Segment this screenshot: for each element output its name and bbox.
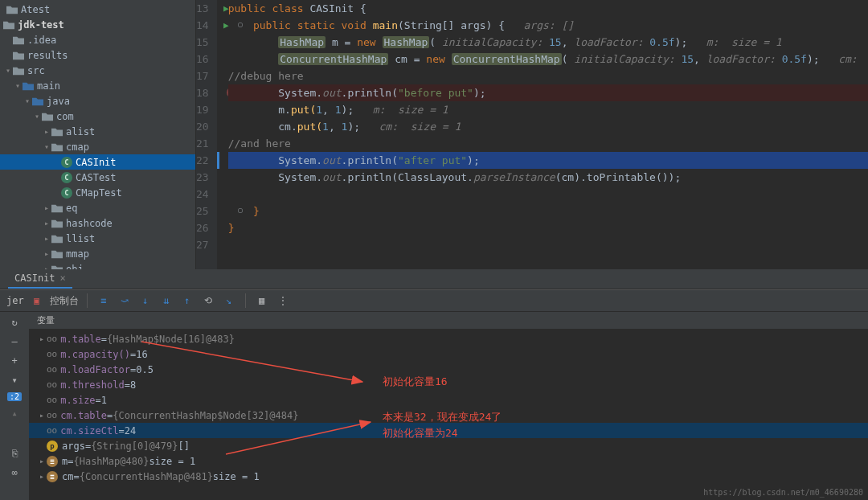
tree-item[interactable]: ▸mmap	[0, 246, 195, 261]
gutter-row[interactable]: 23	[196, 169, 209, 186]
tree-item-casinit[interactable]: CCASInit	[0, 154, 195, 170]
chevron-down-icon[interactable]: ▾	[13, 81, 23, 90]
line-number: 14	[196, 19, 209, 31]
folder-icon	[13, 35, 24, 45]
var-row[interactable]: ▸≡m = {HashMap@480} size = 1	[29, 453, 868, 469]
down-icon[interactable]: ▾	[7, 373, 22, 387]
tree-item[interactable]: ▾cmap	[0, 139, 195, 154]
up-icon[interactable]: ▴	[7, 406, 22, 420]
copy-icon[interactable]: ⎘	[7, 446, 22, 461]
code-line: HashMap m = new HashMap( initialCapacity…	[228, 34, 868, 51]
chevron-right-icon[interactable]: ▸	[42, 219, 51, 227]
gutter-row[interactable]: 27	[196, 236, 209, 253]
plus-icon[interactable]: +	[7, 354, 22, 368]
project-tree[interactable]: Atest jdk-test .idea results ▾src ▾main …	[0, 0, 195, 269]
gutter-row[interactable]: 26	[196, 219, 209, 236]
gutter[interactable]: ▶13 ▶14 15 16 17 18 19 20 21 22 23 24 25…	[196, 0, 217, 269]
var-row[interactable]: oom.loadFactor = 0.5	[29, 362, 868, 377]
gutter-row[interactable]: ▶13	[196, 0, 209, 17]
close-icon[interactable]: ×	[60, 273, 66, 284]
step-over-icon[interactable]: ⤻	[117, 293, 133, 309]
code-line: //debug here	[228, 68, 868, 84]
minus-icon[interactable]: —	[7, 334, 22, 349]
var-name: cm	[62, 471, 73, 482]
watch-icon: oo	[47, 349, 57, 359]
variables-tree[interactable]: ▸oom.table = {HashMap$Node[16]@483} oom.…	[29, 330, 868, 486]
var-value: 1	[101, 395, 107, 406]
drop-frame-icon[interactable]: ⟲	[200, 293, 216, 309]
tree-item[interactable]: Atest	[0, 2, 195, 17]
console-label[interactable]: 控制台	[50, 294, 79, 308]
gutter-row[interactable]: 16	[196, 51, 209, 68]
force-step-into-icon[interactable]: ⇊	[158, 293, 174, 309]
chevron-right-icon[interactable]: ▸	[42, 234, 51, 243]
code-line	[228, 186, 868, 203]
rerun-icon[interactable]: ↻	[7, 315, 22, 330]
link-icon[interactable]: ∞	[7, 465, 22, 480]
chevron-right-icon[interactable]: ▸	[42, 127, 51, 136]
chevron-down-icon[interactable]: ▾	[42, 142, 51, 151]
var-value: {ConcurrentHashMap@481}	[80, 471, 213, 482]
tree-item[interactable]: .idea	[0, 32, 195, 47]
class-icon: C	[61, 187, 72, 199]
tree-item[interactable]: CCASTest	[0, 170, 195, 185]
code-editor[interactable]: ▶13 ▶14 15 16 17 18 19 20 21 22 23 24 25…	[196, 0, 868, 269]
step-into-icon[interactable]: ↓	[137, 293, 154, 309]
tree-item[interactable]: ▾com	[0, 109, 195, 124]
code-line: public static void main(String[] args) {…	[228, 17, 868, 34]
chevron-right-icon[interactable]: ▸	[37, 334, 47, 343]
gutter-row[interactable]: 20	[196, 118, 209, 135]
chevron-right-icon[interactable]: ▸	[37, 472, 47, 481]
tree-item[interactable]: ▸obj	[0, 261, 195, 269]
chevron-right-icon[interactable]: ▸	[42, 249, 51, 258]
gutter-row[interactable]: ▶14	[196, 17, 209, 34]
line-number: 21	[196, 137, 209, 150]
tab-casinit[interactable]: CASInit ×	[8, 269, 72, 289]
chevron-right-icon[interactable]: ▸	[37, 457, 47, 465]
package-icon	[51, 203, 63, 213]
separator	[245, 293, 246, 308]
gutter-row[interactable]: 25	[196, 203, 209, 219]
gutter-row[interactable]: 19	[196, 101, 209, 118]
chevron-down-icon[interactable]: ▾	[3, 66, 13, 75]
console-tab[interactable]: ▣	[29, 293, 45, 309]
gutter-row[interactable]: 18	[196, 84, 209, 101]
var-row[interactable]: oom.size = 1	[29, 392, 868, 408]
line-number: 25	[196, 205, 209, 217]
evaluate-expression-icon[interactable]: ▦	[254, 293, 270, 309]
tree-item[interactable]: ▾src	[0, 63, 195, 78]
var-row[interactable]: oom.threshold = 8	[29, 377, 868, 392]
chevron-right-icon[interactable]: ▸	[42, 203, 51, 212]
step-out-icon[interactable]: ↑	[179, 293, 195, 309]
tree-item[interactable]: ▸eq	[0, 200, 195, 215]
tree-root[interactable]: jdk-test	[0, 17, 195, 32]
show-execution-point-icon[interactable]: ≡	[96, 293, 112, 309]
var-row[interactable]: oom.capacity() = 16	[29, 346, 868, 362]
tree-item[interactable]: ▸alist	[0, 124, 195, 139]
code-area[interactable]: public class CASInit { public static voi…	[217, 0, 868, 269]
gutter-row[interactable]: 24	[196, 186, 209, 203]
tree-item[interactable]: CCMapTest	[0, 185, 195, 200]
gutter-row[interactable]: 17	[196, 68, 209, 84]
tab-label: CASInit	[14, 273, 55, 284]
chevron-right-icon[interactable]: ▸	[37, 411, 47, 420]
watermark: https://blog.csdn.net/m0_46690280	[703, 488, 863, 497]
tree-item[interactable]: ▾java	[0, 93, 195, 109]
tree-label: hashcode	[66, 218, 113, 229]
chevron-down-icon[interactable]: ▾	[32, 112, 42, 121]
tree-item[interactable]: results	[0, 47, 195, 63]
chevron-down-icon[interactable]: ▾	[23, 96, 32, 105]
var-row[interactable]: ▸≡cm = {ConcurrentHashMap@481} size = 1	[29, 469, 868, 484]
gutter-row[interactable]: 15	[196, 34, 209, 51]
run-to-cursor-icon[interactable]: ↘	[221, 293, 237, 309]
package-icon	[42, 112, 53, 121]
tree-label: results	[27, 50, 68, 61]
trace-icon[interactable]: ⋮	[275, 293, 291, 309]
tree-item[interactable]: ▸llist	[0, 231, 195, 246]
gutter-row[interactable]: 22	[196, 152, 209, 169]
tree-item[interactable]: ▾main	[0, 78, 195, 93]
tree-item[interactable]: ▸hashcode	[0, 215, 195, 231]
tree-label: eq	[66, 203, 77, 214]
gutter-row[interactable]: 21	[196, 135, 209, 152]
var-row[interactable]: ▸oom.table = {HashMap$Node[16]@483}	[29, 331, 868, 346]
